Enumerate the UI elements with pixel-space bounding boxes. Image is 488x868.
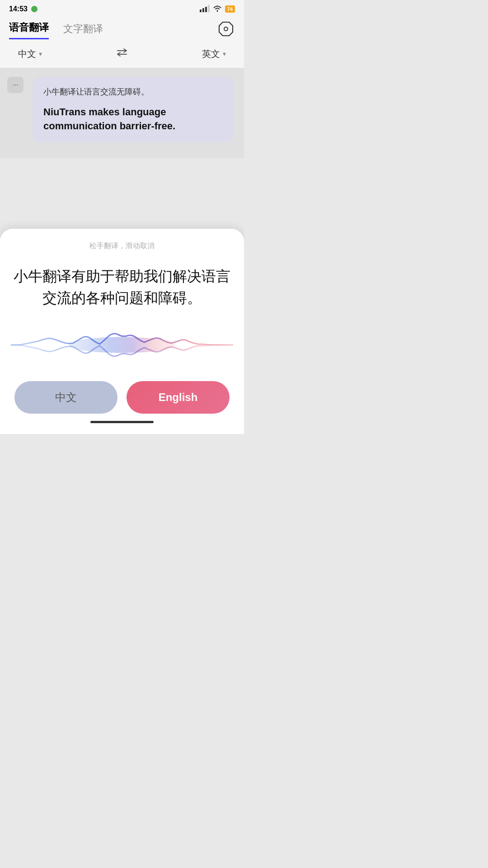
svg-point-5 xyxy=(224,27,228,31)
battery-icon: 74 xyxy=(225,5,235,13)
tab-voice[interactable]: 语音翻译 xyxy=(9,21,49,39)
svg-rect-1 xyxy=(202,8,204,12)
chinese-language-button[interactable]: 中文 xyxy=(14,381,117,414)
language-selector: 中文 ▾ 英文 ▾ xyxy=(0,40,244,68)
target-language-label: 英文 xyxy=(202,48,220,60)
tab-text[interactable]: 文字翻译 xyxy=(63,22,103,39)
more-icon: ··· xyxy=(12,81,18,89)
wifi-icon xyxy=(212,5,222,14)
waveform xyxy=(11,327,233,363)
nav-tabs: 语音翻译 文字翻译 xyxy=(9,21,103,39)
svg-rect-0 xyxy=(200,9,202,12)
top-nav: 语音翻译 文字翻译 xyxy=(0,16,244,40)
svg-rect-2 xyxy=(205,7,207,12)
target-language-arrow: ▾ xyxy=(223,50,226,57)
status-bar: 14:53 74 xyxy=(0,0,244,16)
source-language-arrow: ▾ xyxy=(39,50,42,57)
target-language-button[interactable]: 英文 ▾ xyxy=(202,48,226,60)
status-time: 14:53 xyxy=(9,5,28,13)
home-indicator xyxy=(90,421,154,423)
settings-icon[interactable] xyxy=(217,20,235,38)
signal-icon xyxy=(200,5,210,14)
swap-language-button[interactable] xyxy=(115,47,129,61)
english-language-button[interactable]: English xyxy=(127,381,230,414)
chat-bubble: 小牛翻译让语言交流无障碍。 NiuTrans makes language co… xyxy=(33,77,233,142)
source-language-button[interactable]: 中文 ▾ xyxy=(18,48,42,60)
status-icons: 74 xyxy=(200,5,235,14)
recognized-text: 小牛翻译有助于帮助我们解决语言交流的各种问题和障碍。 xyxy=(11,265,233,309)
release-hint: 松手翻译，滑动取消 xyxy=(11,241,233,251)
notification-dot xyxy=(31,6,38,12)
more-options-button[interactable]: ··· xyxy=(7,77,23,93)
language-buttons: 中文 English xyxy=(11,381,233,414)
chat-area: ··· 小牛翻译让语言交流无障碍。 NiuTrans makes languag… xyxy=(0,68,244,158)
svg-rect-3 xyxy=(208,5,210,12)
bottom-sheet: 松手翻译，滑动取消 小牛翻译有助于帮助我们解决语言交流的各种问题和障碍。 中文 … xyxy=(0,229,244,434)
original-text: 小牛翻译让语言交流无障碍。 xyxy=(43,86,222,98)
battery-level: 74 xyxy=(227,6,233,12)
svg-marker-4 xyxy=(219,22,233,36)
svg-point-6 xyxy=(69,337,175,353)
source-language-label: 中文 xyxy=(18,48,36,60)
translated-text: NiuTrans makes language communication ba… xyxy=(43,105,222,133)
